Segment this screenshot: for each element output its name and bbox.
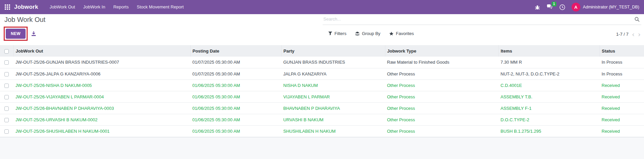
cell-party: URVASHI B NAKUM <box>281 114 385 125</box>
table-row[interactable]: JW-OUT-25/26-VIJAYABEN L PARMAR-0004 01/… <box>0 91 644 102</box>
cell-posting-date: 01/06/2025 05:30:00 AM <box>190 114 281 125</box>
cell-status: Received <box>600 125 644 137</box>
table-header-row: JobWork Out Posting Date Party Jobwork T… <box>0 45 644 57</box>
table-row[interactable]: JW-OUT-25/26-JALPA G KANZARIYA-0006 01/0… <box>0 68 644 80</box>
page-title: Job Work Out <box>4 16 45 24</box>
filters-button[interactable]: Filters <box>328 31 346 36</box>
cell-items: D.O.C.TYPE-2 <box>498 114 600 125</box>
annotation-highlight-box: NEW <box>4 27 28 41</box>
table-row[interactable]: JW-OUT-25/26-GUNJAN BRASS INDUSTRIES-000… <box>0 57 644 68</box>
cell-posting-date: 01/07/2025 05:30:00 AM <box>190 57 281 68</box>
pager-previous-icon[interactable]: ‹ <box>632 32 635 37</box>
cell-items: ASSEMBLY F-1 <box>498 102 600 114</box>
select-all-checkbox[interactable] <box>4 49 9 54</box>
group-by-button[interactable]: Group By <box>355 31 380 36</box>
cell-name: JW-OUT-25/26-SHUSHILABEN H NAKUM-0001 <box>13 125 190 137</box>
cell-items: BUSH B.1.275/1.295 <box>498 125 600 137</box>
navbar-right: 1 A Administrator (MY_TEST_DB) <box>535 3 639 11</box>
top-navbar: Jobwork JobWork Out JobWork In Reports S… <box>0 0 644 14</box>
cell-party: BHAVNABEN P DHARAVIYA <box>281 102 385 114</box>
column-header-items[interactable]: Items <box>498 45 600 57</box>
cell-name: JW-OUT-25/26-JALPA G KANZARIYA-0006 <box>13 68 190 80</box>
messages-count-badge: 1 <box>552 2 556 6</box>
debug-bug-icon[interactable] <box>535 4 540 10</box>
table-row[interactable]: JW-OUT-25/26-SHUSHILABEN H NAKUM-0001 01… <box>0 125 644 137</box>
row-checkbox[interactable] <box>4 72 9 76</box>
search-options: Filters Group By Favorites <box>328 31 414 36</box>
row-checkbox[interactable] <box>4 84 9 88</box>
row-checkbox[interactable] <box>4 95 9 99</box>
row-checkbox[interactable] <box>4 129 9 134</box>
cell-status: Received <box>600 80 644 91</box>
user-name-label: Administrator (MY_TEST_DB) <box>583 5 639 9</box>
cell-posting-date: 01/06/2025 05:30:00 AM <box>190 80 281 91</box>
cell-items: ASSEMBLY T.B. <box>498 91 600 102</box>
pager-range: 1-7 / 7 <box>616 32 629 37</box>
cell-party: NISHA D NAKUM <box>281 80 385 91</box>
jobwork-app-window: Jobwork JobWork Out JobWork In Reports S… <box>0 0 644 159</box>
messages-icon[interactable]: 1 <box>546 4 553 10</box>
cell-party: SHUSHILABEN H NAKUM <box>281 125 385 137</box>
export-download-icon[interactable] <box>31 31 37 37</box>
cell-name: JW-OUT-25/26-VIJAYABEN L PARMAR-0004 <box>13 91 190 102</box>
favorites-button[interactable]: Favorites <box>389 31 414 36</box>
cell-items: 7.30 MM R <box>498 57 600 68</box>
pager: 1-7 / 7 ‹ › <box>616 32 641 37</box>
cell-posting-date: 01/06/2025 05:30:00 AM <box>190 91 281 102</box>
cell-party: JALPA G KANZARIYA <box>281 68 385 80</box>
cell-name: JW-OUT-25/26-URVASHI B NAKUM-0002 <box>13 114 190 125</box>
row-checkbox[interactable] <box>4 106 9 111</box>
cell-jobwork-type: Other Process <box>385 80 498 91</box>
group-by-label: Group By <box>362 31 380 36</box>
menu-jobwork-out[interactable]: JobWork Out <box>45 0 79 14</box>
cell-party: GUNJAN BRASS INDUSTRIES <box>281 57 385 68</box>
cell-status: Received <box>600 114 644 125</box>
cell-posting-date: 01/06/2025 05:30:00 AM <box>190 125 281 137</box>
cell-jobwork-type: Other Process <box>385 91 498 102</box>
content-footer-area <box>0 137 644 159</box>
cell-jobwork-type: Raw Material to Finished Goods <box>385 57 498 68</box>
cell-items: NUT-2, NUT-3, D.O.C.TYPE-2 <box>498 68 600 80</box>
column-header-posting-date[interactable]: Posting Date <box>190 45 281 57</box>
cell-jobwork-type: Other Process <box>385 102 498 114</box>
main-menu: JobWork Out JobWork In Reports Stock Mov… <box>45 0 188 14</box>
search-bar <box>323 14 641 25</box>
new-button[interactable]: NEW <box>6 29 26 39</box>
row-checkbox[interactable] <box>4 118 9 122</box>
cell-name: JW-OUT-25/26-GUNJAN BRASS INDUSTRIES-000… <box>13 57 190 68</box>
menu-jobwork-in[interactable]: JobWork In <box>79 0 109 14</box>
table-row[interactable]: JW-OUT-25/26-BHAVNABEN P DHARAVIYA-0003 … <box>0 102 644 114</box>
cell-party: VIJAYABEN L PARMAR <box>281 91 385 102</box>
user-menu[interactable]: A Administrator (MY_TEST_DB) <box>572 3 639 11</box>
cell-status: Received <box>600 102 644 114</box>
column-header-status[interactable]: Status <box>600 45 644 57</box>
menu-stock-movement-report[interactable]: Stock Movement Report <box>133 0 188 14</box>
favorites-label: Favorites <box>396 31 414 36</box>
activities-clock-icon[interactable] <box>559 4 566 10</box>
cell-status: In Process <box>600 57 644 68</box>
search-icon[interactable] <box>634 17 640 22</box>
column-header-jobwork-out[interactable]: JobWork Out <box>13 45 190 57</box>
cell-jobwork-type: Other Process <box>385 68 498 80</box>
column-header-party[interactable]: Party <box>281 45 385 57</box>
pager-next-icon[interactable]: › <box>638 32 641 37</box>
table-row[interactable]: JW-OUT-25/26-URVASHI B NAKUM-0002 01/06/… <box>0 114 644 125</box>
cell-posting-date: 01/07/2025 05:30:00 AM <box>190 68 281 80</box>
cell-name: JW-OUT-25/26-NISHA D NAKUM-0005 <box>13 80 190 91</box>
apps-menu-icon[interactable] <box>5 4 10 10</box>
cell-status: Received <box>600 91 644 102</box>
cell-items: C.D.4001E <box>498 80 600 91</box>
column-header-jobwork-type[interactable]: Jobwork Type <box>385 45 498 57</box>
app-brand[interactable]: Jobwork <box>14 4 38 10</box>
cell-name: JW-OUT-25/26-BHAVNABEN P DHARAVIYA-0003 <box>13 102 190 114</box>
action-buttons: NEW <box>4 27 37 41</box>
jobwork-out-list: JobWork Out Posting Date Party Jobwork T… <box>0 45 644 137</box>
user-avatar: A <box>572 3 580 11</box>
search-input[interactable] <box>323 14 626 25</box>
row-checkbox[interactable] <box>4 60 9 65</box>
table-row[interactable]: JW-OUT-25/26-NISHA D NAKUM-0005 01/06/20… <box>0 80 644 91</box>
menu-reports[interactable]: Reports <box>109 0 133 14</box>
cell-status: In Process <box>600 68 644 80</box>
cell-jobwork-type: Other Process <box>385 125 498 137</box>
filters-label: Filters <box>334 31 346 36</box>
